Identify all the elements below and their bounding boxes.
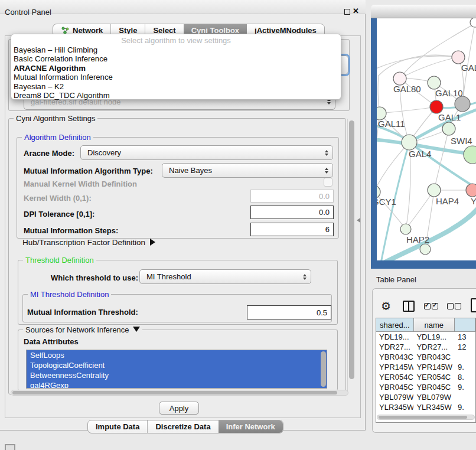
checked-column-icon[interactable] [424, 303, 431, 309]
scrollbar-thumb[interactable] [349, 120, 354, 379]
float-window-icon[interactable] [344, 9, 350, 15]
network-node[interactable] [377, 107, 386, 120]
network-edge[interactable] [380, 107, 436, 113]
collapse-arrow-icon[interactable] [133, 327, 140, 332]
combo-stepper-icon [303, 274, 307, 280]
kernel-width-input[interactable]: 0.0 [250, 190, 334, 203]
gear-icon[interactable]: ⚙ [381, 299, 391, 313]
network-edge[interactable] [379, 55, 458, 76]
mi-type-combo[interactable]: Naive Bayes [162, 163, 333, 178]
table-row[interactable]: YER054CYER054C8. [376, 372, 475, 382]
which-threshold-combo[interactable]: MI Threshold [139, 269, 311, 284]
table-row[interactable]: YBR043CYBR043C [376, 352, 475, 362]
table-cell [455, 392, 475, 402]
tab-infer-network[interactable]: Infer Network [219, 420, 283, 433]
column-header[interactable]: name [414, 318, 455, 331]
network-edge[interactable] [377, 56, 458, 71]
node-label: GAL11 [378, 119, 405, 129]
network-edge[interactable] [384, 207, 476, 260]
table-cell: 13 [455, 332, 475, 342]
table-row[interactable]: YPR145WYPR145W9. [376, 362, 475, 372]
list-scrollbar-thumb[interactable] [321, 351, 326, 387]
settings-vertical-scrollbar[interactable] [347, 119, 356, 394]
network-node[interactable] [400, 224, 411, 234]
table-row[interactable]: YBR045CYBR045C9. [376, 382, 475, 392]
scrollbar-thumb[interactable] [12, 391, 337, 394]
mi-type-value: Naive Bayes [169, 166, 212, 175]
network-graph[interactable]: GALGAL80GAL10GAL1GAL11SWI4GAL4GCY1HAP4YH… [377, 18, 476, 260]
mi-threshold-input[interactable]: 0.5 [247, 305, 331, 319]
table-cell: YBR043C [413, 352, 454, 362]
apply-button[interactable]: Apply [159, 402, 199, 415]
algorithm-option[interactable]: Mutual Information Inference [11, 73, 341, 81]
network-node[interactable] [452, 51, 465, 64]
network-node[interactable] [402, 135, 417, 150]
node-label: GAL1 [438, 112, 461, 122]
unchecked-column-icon[interactable] [455, 303, 461, 309]
aracne-mode-combo[interactable]: Discovery [80, 145, 333, 160]
algorithm-option[interactable]: Bayesian – Hill Climbing [11, 45, 341, 54]
settings-horizontal-scrollbar[interactable] [11, 390, 348, 396]
network-node[interactable] [466, 184, 476, 197]
network-node[interactable] [442, 122, 455, 135]
which-threshold-value: MI Threshold [146, 272, 191, 281]
network-node[interactable] [455, 96, 470, 112]
combo-stepper-icon [325, 150, 328, 156]
algorithm-option[interactable]: Basic Correlation Inference [11, 54, 341, 63]
column-header[interactable]: shared... [376, 318, 414, 331]
manual-kernel-checkbox[interactable] [324, 178, 332, 187]
network-canvas[interactable]: GALGAL80GAL10GAL1GAL11SWI4GAL4GCY1HAP4YH… [377, 18, 476, 260]
table-row[interactable]: YLR345WYLR345W9. [376, 402, 475, 412]
dpi-tolerance-input[interactable]: 0.0 [250, 206, 334, 219]
hub-definition-expander[interactable]: Hub/Transcription Factor Definition [22, 237, 155, 247]
network-edge[interactable] [434, 129, 449, 190]
table-cell: YDL19... [413, 332, 454, 342]
table-cell: YLR345W [376, 402, 413, 412]
unchecked-column-icon[interactable] [447, 303, 454, 309]
network-node[interactable] [430, 100, 443, 113]
table-cell: 8. [455, 372, 475, 382]
attribute-list-item[interactable]: BetweennessCentrality [27, 370, 327, 380]
attribute-list-item[interactable]: TopologicalCoefficient [27, 360, 327, 370]
algorithm-popup-placeholder: Select algorithm to view settings [11, 36, 341, 45]
node-table: shared...name YDL19...YDL19...13YDR27...… [376, 318, 476, 423]
algorithm-option[interactable]: ARACNE Algorithm [11, 64, 341, 73]
minimized-panel-icon[interactable] [5, 444, 15, 450]
network-node[interactable] [428, 184, 441, 197]
expand-arrow-icon[interactable] [150, 239, 155, 246]
cyni-settings-title: Cyni Algorithm Settings [14, 114, 97, 123]
table-cell: YDR27... [413, 342, 454, 352]
network-edge[interactable] [377, 142, 409, 192]
panel-divider-arrow[interactable] [357, 218, 360, 223]
table-horizontal-scrollbar[interactable] [377, 415, 475, 420]
document-icon[interactable] [471, 298, 476, 312]
algorithm-option[interactable]: Dream8 DC_TDC Algorithm [11, 91, 341, 100]
split-view-icon[interactable] [403, 301, 415, 312]
network-window-titlebar[interactable] [371, 5, 476, 18]
table-row[interactable]: YIL052CYIL052C9 [376, 412, 475, 414]
scrollbar-thumb[interactable] [379, 416, 467, 419]
network-node[interactable] [393, 72, 406, 85]
data-attributes-list[interactable]: SelfLoopsTopologicalCoefficientBetweenne… [26, 350, 327, 389]
table-panel-title: Table Panel [376, 275, 416, 284]
attribute-list-item[interactable]: SelfLoops [27, 350, 327, 360]
tab-discretize-data[interactable]: Discretize Data [147, 420, 218, 433]
close-icon[interactable]: ✕ [353, 6, 359, 15]
table-cell: YBR045C [376, 382, 413, 392]
network-node[interactable] [428, 76, 441, 89]
checked-column-icon[interactable] [432, 303, 438, 309]
table-row[interactable]: YBL079WYBL079W [376, 392, 475, 402]
which-threshold-label: Which threshold to use: [51, 273, 138, 282]
table-header-row: shared...name [376, 318, 475, 332]
control-panel-titlebar[interactable] [0, 0, 366, 14]
network-node[interactable] [464, 146, 476, 164]
table-row[interactable]: YDL19...YDL19...13 [376, 332, 475, 342]
attribute-list-item[interactable]: gal4RGexp [27, 380, 327, 389]
tab-impute-data[interactable]: Impute Data [88, 420, 147, 433]
mi-steps-input[interactable]: 6 [250, 223, 334, 236]
table-row[interactable]: YDR27...YDR27...12 [376, 342, 475, 352]
algorithm-option[interactable]: Bayesian – K2 [11, 82, 341, 91]
network-node[interactable] [420, 244, 431, 255]
threshold-definition-title: Threshold Definition [23, 256, 96, 265]
column-header[interactable] [455, 318, 475, 331]
